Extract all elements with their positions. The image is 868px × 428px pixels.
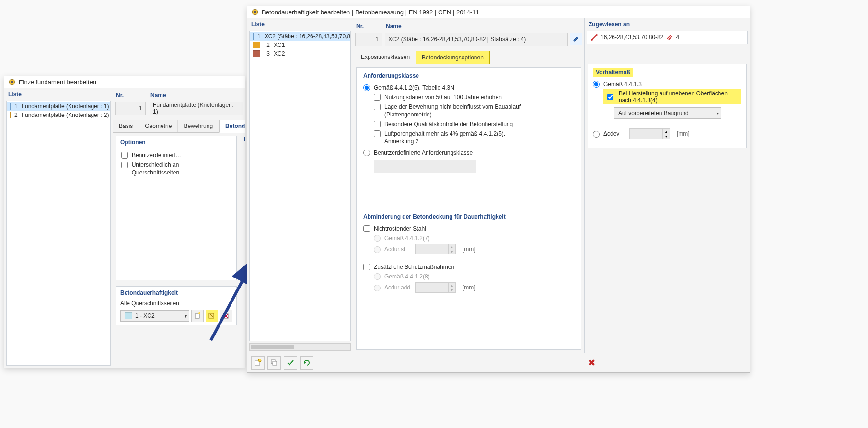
chevron-down-icon: ▾ bbox=[185, 313, 187, 319]
chk-nichtrostender-stahl[interactable]: Nichtrostender Stahl bbox=[363, 224, 426, 233]
checkbox[interactable] bbox=[374, 121, 381, 127]
svg-line-12 bbox=[592, 35, 597, 40]
tab-geometrie[interactable]: Geometrie bbox=[139, 120, 178, 132]
abminderung-header: Abminderung der Betondeckung für Dauerha… bbox=[363, 213, 574, 220]
tab-bewehrung[interactable]: Bewehrung bbox=[178, 120, 219, 132]
spin-down[interactable]: ▼ bbox=[663, 134, 670, 139]
radio[interactable] bbox=[593, 81, 600, 88]
right-panel-label: M bbox=[240, 133, 245, 145]
radio-dcdur-st: Δcdur,st ▲▼ [mm] bbox=[374, 243, 475, 255]
window-einzelfundament: Einzelfundament bearbeiten Liste 1 Funda… bbox=[4, 76, 245, 368]
background-divider bbox=[0, 74, 243, 74]
window-betondauerhaftigkeit: Betondauerhaftigkeit bearbeiten | Betonb… bbox=[247, 6, 750, 373]
list-header: Liste bbox=[247, 18, 353, 31]
chk-lage-bewehrung[interactable]: Lage der Bewehrung nicht beeinflusst vom… bbox=[374, 102, 528, 119]
svg-point-18 bbox=[258, 359, 261, 362]
spin-down: ▼ bbox=[449, 249, 455, 254]
dcdur-add-input: ▲▼ bbox=[415, 282, 456, 293]
dcdur-st-input: ▲▼ bbox=[415, 244, 456, 254]
name-header: Name bbox=[385, 20, 582, 33]
titlebar-einzelfundament[interactable]: Einzelfundament bearbeiten bbox=[4, 76, 245, 88]
app-icon bbox=[8, 78, 16, 86]
radio[interactable] bbox=[363, 84, 370, 91]
name-field[interactable]: Fundamentplatte (Knotenlager : 1) bbox=[150, 102, 243, 115]
tab-betondeckung[interactable]: Betondeckung bbox=[219, 120, 245, 133]
options-header: Optionen bbox=[116, 136, 236, 149]
radio-dcdev[interactable]: Δcdev ▲▼ [mm] bbox=[593, 127, 690, 140]
delete-icon-button[interactable] bbox=[220, 310, 232, 322]
radio-user-anforderungsklasse[interactable]: Benutzerdefinierte Anforderungsklasse bbox=[363, 148, 473, 158]
chk-luftporengehalt[interactable]: Luftporengehalt mehr als 4% gemäß 4.4.1.… bbox=[374, 129, 509, 146]
spin-up: ▲ bbox=[449, 244, 455, 249]
tab-basis[interactable]: Basis bbox=[113, 120, 139, 132]
number-input bbox=[416, 284, 448, 292]
edit-icon-button[interactable] bbox=[206, 310, 218, 322]
spin-up[interactable]: ▲ bbox=[663, 129, 670, 134]
new-icon-button[interactable] bbox=[191, 310, 204, 322]
color-swatch bbox=[253, 33, 254, 40]
member-icon bbox=[591, 34, 598, 41]
svg-point-3 bbox=[198, 312, 200, 314]
list-item[interactable]: 1 XC2 (Stäbe : 16,26-28,43,53,70,80-82 bbox=[250, 32, 350, 41]
checkbox[interactable] bbox=[363, 225, 370, 232]
footer-check-button[interactable] bbox=[284, 356, 297, 370]
nr-header: Nr. bbox=[355, 20, 382, 33]
spin-up: ▲ bbox=[449, 283, 455, 288]
chk-schutzmassnahmen[interactable]: Zusätzliche Schutzmaßnahmen bbox=[363, 262, 454, 272]
surface-select[interactable]: Auf vorbereiteten Baugrund ▾ bbox=[614, 107, 721, 119]
svg-rect-1 bbox=[11, 81, 13, 83]
list-item[interactable]: 1 Fundamentplatte (Knotenlager : 1) bbox=[7, 102, 110, 111]
chk-100-jahre[interactable]: Nutzungsdauer von 50 auf 100 Jahre erhöh… bbox=[374, 93, 502, 102]
opt-userdefined[interactable]: Benutzerdefiniert… bbox=[121, 150, 181, 160]
radio-4413[interactable]: Gemäß 4.4.1.3 bbox=[593, 80, 642, 89]
footer-copy-button[interactable] bbox=[267, 356, 281, 370]
item-label: XC1 bbox=[274, 42, 285, 48]
list-header: Liste bbox=[4, 88, 113, 101]
checkbox[interactable] bbox=[374, 130, 381, 137]
dcdev-input[interactable]: ▲▼ bbox=[629, 128, 670, 139]
tab-expositionsklassen[interactable]: Expositionsklassen bbox=[355, 51, 416, 64]
color-swatch bbox=[253, 50, 260, 57]
item-index: 3 bbox=[264, 50, 270, 57]
opt-diff-sides[interactable]: Unterschiedlich an Querschnittsseiten… bbox=[121, 160, 231, 177]
color-swatch bbox=[125, 312, 132, 319]
app-icon bbox=[251, 8, 259, 16]
durability-select[interactable]: 1 - XC2 ▾ bbox=[120, 310, 189, 322]
svg-point-13 bbox=[591, 39, 593, 41]
checkbox[interactable] bbox=[374, 94, 381, 101]
checkbox[interactable] bbox=[121, 162, 128, 168]
radio[interactable] bbox=[363, 150, 370, 156]
list-item[interactable]: 2 Fundamentplatte (Knotenlager : 2) bbox=[7, 111, 110, 119]
durability-header: Betondauerhaftigkeit bbox=[120, 289, 232, 296]
user-class-input[interactable] bbox=[374, 160, 476, 173]
list-item[interactable]: 2 XC1 bbox=[250, 41, 350, 49]
chk-uneven-surfaces[interactable] bbox=[607, 94, 613, 100]
list-item[interactable]: 3 XC2 bbox=[250, 49, 350, 58]
titlebar-betondauerhaftigkeit[interactable]: Betondauerhaftigkeit bearbeiten | Betonb… bbox=[247, 6, 750, 18]
footer-new-button[interactable] bbox=[251, 356, 265, 370]
checkbox[interactable] bbox=[121, 152, 128, 159]
close-icon[interactable]: ✖ bbox=[588, 358, 595, 368]
anforderung-header: Anforderungsklasse bbox=[363, 72, 574, 79]
name-field[interactable]: XC2 (Stäbe : 16,26-28,43,53,70,80-82 | S… bbox=[385, 33, 568, 46]
footer-refresh-button[interactable] bbox=[300, 356, 313, 370]
nr-field[interactable]: 1 bbox=[115, 102, 146, 115]
color-swatch bbox=[10, 112, 11, 118]
checkbox[interactable] bbox=[363, 264, 370, 270]
radio-table-43n[interactable]: Gemäß 4.4.1.2(5). Tabelle 4.3N bbox=[363, 83, 454, 93]
name-header: Name bbox=[150, 89, 243, 102]
rename-button[interactable] bbox=[570, 33, 582, 45]
number-input[interactable] bbox=[630, 130, 662, 139]
number-input bbox=[416, 245, 448, 254]
checkbox[interactable] bbox=[374, 104, 381, 110]
radio-44128: Gemäß 4.4.1.2(8) bbox=[374, 272, 430, 281]
set-icon bbox=[666, 34, 673, 41]
tab-betondeckungsoptionen[interactable]: Betondeckungsoptionen bbox=[416, 51, 490, 64]
radio[interactable] bbox=[593, 131, 600, 138]
radio bbox=[374, 285, 381, 291]
nr-field[interactable]: 1 bbox=[355, 33, 382, 46]
chk-qualitaetskontrolle[interactable]: Besondere Qualitätskontrolle der Betonhe… bbox=[374, 119, 513, 129]
radio-dcdur-add: Δcdur,add ▲▼ [mm] bbox=[374, 281, 475, 294]
item-label: Fundamentplatte (Knotenlager : 2) bbox=[22, 112, 109, 118]
horizontal-scrollbar[interactable] bbox=[249, 343, 351, 351]
